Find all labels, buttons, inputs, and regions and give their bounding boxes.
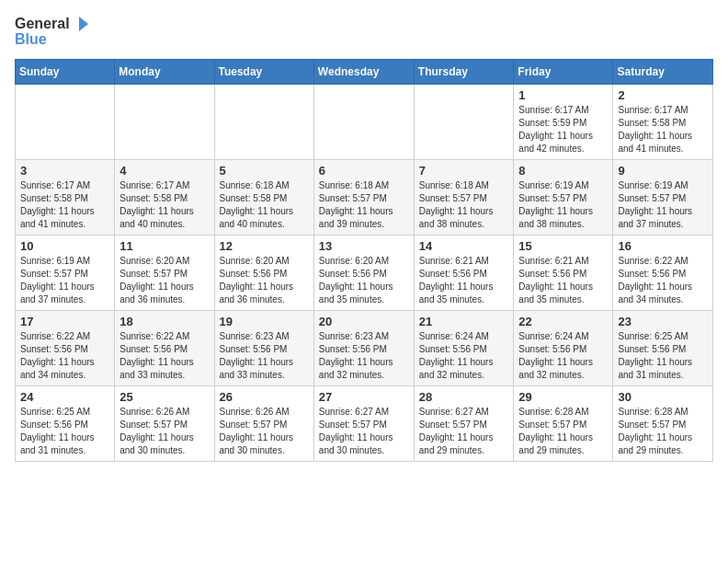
day-number: 8 — [518, 164, 608, 178]
day-cell-20: 20Sunrise: 6:23 AMSunset: 5:56 PMDayligh… — [313, 310, 414, 385]
day-cell-3: 3Sunrise: 6:17 AMSunset: 5:58 PMDaylight… — [16, 159, 115, 235]
day-info: Sunrise: 6:17 AMSunset: 5:59 PMDaylight:… — [518, 104, 608, 155]
weekday-thursday: Thursday — [414, 59, 514, 84]
weekday-monday: Monday — [115, 59, 214, 84]
weekday-friday: Friday — [514, 59, 613, 84]
day-number: 12 — [220, 239, 309, 253]
day-cell-16: 16Sunrise: 6:22 AMSunset: 5:56 PMDayligh… — [613, 235, 713, 310]
logo-blue-text: Blue — [15, 31, 90, 48]
day-cell-24: 24Sunrise: 6:25 AMSunset: 5:56 PMDayligh… — [16, 385, 115, 461]
day-cell-14: 14Sunrise: 6:21 AMSunset: 5:56 PMDayligh… — [414, 235, 514, 310]
day-info: Sunrise: 6:26 AMSunset: 5:57 PMDaylight:… — [119, 406, 209, 457]
day-info: Sunrise: 6:23 AMSunset: 5:56 PMDaylight:… — [220, 330, 309, 382]
day-number: 10 — [20, 239, 109, 253]
day-cell-18: 18Sunrise: 6:22 AMSunset: 5:56 PMDayligh… — [115, 310, 214, 385]
day-cell-21: 21Sunrise: 6:24 AMSunset: 5:56 PMDayligh… — [414, 310, 514, 385]
day-number: 2 — [618, 88, 708, 102]
day-cell-2: 2Sunrise: 6:17 AMSunset: 5:58 PMDaylight… — [613, 84, 713, 159]
day-cell-28: 28Sunrise: 6:27 AMSunset: 5:57 PMDayligh… — [414, 385, 514, 461]
day-number: 25 — [119, 390, 209, 404]
day-cell-15: 15Sunrise: 6:21 AMSunset: 5:56 PMDayligh… — [514, 235, 613, 310]
day-cell-17: 17Sunrise: 6:22 AMSunset: 5:56 PMDayligh… — [16, 310, 115, 385]
logo: General Blue — [15, 15, 90, 48]
day-info: Sunrise: 6:18 AMSunset: 5:57 PMDaylight:… — [419, 179, 509, 231]
day-number: 11 — [119, 239, 209, 253]
day-number: 24 — [20, 390, 109, 404]
empty-cell — [214, 84, 313, 159]
calendar: SundayMondayTuesdayWednesdayThursdayFrid… — [15, 59, 713, 462]
day-cell-11: 11Sunrise: 6:20 AMSunset: 5:57 PMDayligh… — [115, 235, 214, 310]
day-info: Sunrise: 6:18 AMSunset: 5:57 PMDaylight:… — [319, 179, 409, 231]
logo-general-text: General — [15, 16, 70, 32]
day-info: Sunrise: 6:28 AMSunset: 5:57 PMDaylight:… — [518, 406, 608, 457]
day-info: Sunrise: 6:17 AMSunset: 5:58 PMDaylight:… — [20, 179, 109, 231]
day-cell-8: 8Sunrise: 6:19 AMSunset: 5:57 PMDaylight… — [514, 159, 613, 235]
day-info: Sunrise: 6:19 AMSunset: 5:57 PMDaylight:… — [518, 179, 608, 231]
day-info: Sunrise: 6:21 AMSunset: 5:56 PMDaylight:… — [518, 255, 608, 306]
weekday-sunday: Sunday — [16, 59, 115, 84]
day-cell-9: 9Sunrise: 6:19 AMSunset: 5:57 PMDaylight… — [613, 159, 713, 235]
page-header: General Blue — [15, 15, 713, 48]
day-cell-6: 6Sunrise: 6:18 AMSunset: 5:57 PMDaylight… — [313, 159, 414, 235]
day-number: 17 — [20, 315, 109, 328]
day-info: Sunrise: 6:17 AMSunset: 5:58 PMDaylight:… — [618, 104, 708, 155]
day-number: 16 — [618, 239, 708, 253]
svg-marker-0 — [79, 17, 88, 31]
day-number: 6 — [319, 164, 409, 178]
day-info: Sunrise: 6:22 AMSunset: 5:56 PMDaylight:… — [20, 330, 109, 382]
day-info: Sunrise: 6:21 AMSunset: 5:56 PMDaylight:… — [419, 255, 509, 306]
day-cell-5: 5Sunrise: 6:18 AMSunset: 5:58 PMDaylight… — [214, 159, 313, 235]
day-info: Sunrise: 6:20 AMSunset: 5:56 PMDaylight:… — [220, 255, 309, 306]
empty-cell — [414, 84, 514, 159]
weekday-saturday: Saturday — [613, 59, 713, 84]
day-number: 3 — [20, 164, 109, 178]
week-row-2: 3Sunrise: 6:17 AMSunset: 5:58 PMDaylight… — [16, 159, 713, 235]
day-cell-27: 27Sunrise: 6:27 AMSunset: 5:57 PMDayligh… — [313, 385, 414, 461]
day-info: Sunrise: 6:17 AMSunset: 5:58 PMDaylight:… — [119, 179, 209, 231]
day-cell-25: 25Sunrise: 6:26 AMSunset: 5:57 PMDayligh… — [115, 385, 214, 461]
day-cell-26: 26Sunrise: 6:26 AMSunset: 5:57 PMDayligh… — [214, 385, 313, 461]
empty-cell — [16, 84, 115, 159]
day-info: Sunrise: 6:22 AMSunset: 5:56 PMDaylight:… — [618, 255, 708, 306]
day-number: 4 — [119, 164, 209, 178]
day-number: 22 — [518, 315, 608, 328]
day-info: Sunrise: 6:28 AMSunset: 5:57 PMDaylight:… — [618, 406, 708, 457]
day-number: 7 — [419, 164, 509, 178]
day-info: Sunrise: 6:27 AMSunset: 5:57 PMDaylight:… — [319, 406, 409, 457]
empty-cell — [115, 84, 214, 159]
day-number: 13 — [319, 239, 409, 253]
weekday-wednesday: Wednesday — [313, 59, 414, 84]
week-row-1: 1Sunrise: 6:17 AMSunset: 5:59 PMDaylight… — [16, 84, 713, 159]
day-number: 9 — [618, 164, 708, 178]
logo-arrow-icon — [72, 15, 90, 33]
day-cell-29: 29Sunrise: 6:28 AMSunset: 5:57 PMDayligh… — [514, 385, 613, 461]
day-info: Sunrise: 6:25 AMSunset: 5:56 PMDaylight:… — [618, 330, 708, 382]
day-cell-4: 4Sunrise: 6:17 AMSunset: 5:58 PMDaylight… — [115, 159, 214, 235]
day-info: Sunrise: 6:20 AMSunset: 5:57 PMDaylight:… — [119, 255, 209, 306]
day-number: 18 — [119, 315, 209, 328]
day-cell-23: 23Sunrise: 6:25 AMSunset: 5:56 PMDayligh… — [613, 310, 713, 385]
day-info: Sunrise: 6:24 AMSunset: 5:56 PMDaylight:… — [518, 330, 608, 382]
weekday-header-row: SundayMondayTuesdayWednesdayThursdayFrid… — [16, 59, 713, 84]
day-number: 23 — [618, 315, 708, 328]
day-cell-7: 7Sunrise: 6:18 AMSunset: 5:57 PMDaylight… — [414, 159, 514, 235]
week-row-5: 24Sunrise: 6:25 AMSunset: 5:56 PMDayligh… — [16, 385, 713, 461]
day-cell-22: 22Sunrise: 6:24 AMSunset: 5:56 PMDayligh… — [514, 310, 613, 385]
day-info: Sunrise: 6:23 AMSunset: 5:56 PMDaylight:… — [319, 330, 409, 382]
day-cell-19: 19Sunrise: 6:23 AMSunset: 5:56 PMDayligh… — [214, 310, 313, 385]
day-number: 28 — [419, 390, 509, 404]
day-cell-13: 13Sunrise: 6:20 AMSunset: 5:56 PMDayligh… — [313, 235, 414, 310]
day-info: Sunrise: 6:22 AMSunset: 5:56 PMDaylight:… — [119, 330, 209, 382]
day-number: 26 — [220, 390, 309, 404]
day-number: 15 — [518, 239, 608, 253]
day-info: Sunrise: 6:19 AMSunset: 5:57 PMDaylight:… — [20, 255, 109, 306]
day-info: Sunrise: 6:25 AMSunset: 5:56 PMDaylight:… — [20, 406, 109, 457]
day-cell-30: 30Sunrise: 6:28 AMSunset: 5:57 PMDayligh… — [613, 385, 713, 461]
week-row-3: 10Sunrise: 6:19 AMSunset: 5:57 PMDayligh… — [16, 235, 713, 310]
empty-cell — [313, 84, 414, 159]
day-cell-1: 1Sunrise: 6:17 AMSunset: 5:59 PMDaylight… — [514, 84, 613, 159]
day-number: 14 — [419, 239, 509, 253]
day-cell-10: 10Sunrise: 6:19 AMSunset: 5:57 PMDayligh… — [16, 235, 115, 310]
day-number: 29 — [518, 390, 608, 404]
day-number: 20 — [319, 315, 409, 328]
